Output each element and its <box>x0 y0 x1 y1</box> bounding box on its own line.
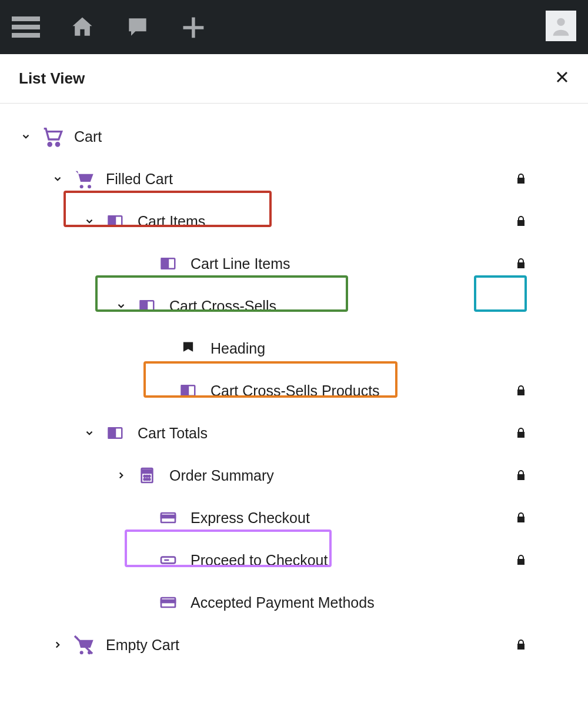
svg-rect-13 <box>141 301 147 311</box>
svg-rect-15 <box>182 385 188 396</box>
svg-rect-17 <box>109 428 115 438</box>
tree-item-label: Accepted Payment Methods <box>191 594 375 611</box>
tree-item-label: Cart Line Items <box>191 255 290 272</box>
svg-point-20 <box>144 475 146 477</box>
home-icon[interactable] <box>69 14 95 40</box>
tree-item-cart-cross-sells-products[interactable]: Cart Cross-Sells Products <box>18 369 570 412</box>
chevron-right-icon[interactable] <box>113 470 129 481</box>
lock-icon <box>514 257 528 271</box>
svg-rect-27 <box>161 515 175 518</box>
tree-item-label: Cart <box>74 128 102 145</box>
svg-point-5 <box>56 143 59 146</box>
svg-rect-31 <box>161 600 175 602</box>
tree-item-label: Cart Totals <box>138 425 208 442</box>
columns-icon <box>103 424 127 442</box>
svg-point-32 <box>80 651 83 654</box>
svg-point-21 <box>146 475 148 477</box>
tree-item-label: Filled Cart <box>106 171 173 188</box>
chevron-down-icon[interactable] <box>113 301 129 311</box>
svg-point-24 <box>146 478 148 480</box>
tree-item-label: Cart Items <box>138 213 205 230</box>
columns-icon <box>176 382 200 399</box>
tree-item-express-checkout[interactable]: Express Checkout <box>18 497 570 539</box>
columns-icon <box>103 212 127 230</box>
tree-item-order-summary[interactable]: Order Summary <box>18 454 570 497</box>
tree-item-empty-cart[interactable]: Empty Cart <box>18 624 570 666</box>
lock-icon <box>514 468 528 482</box>
svg-rect-19 <box>143 470 151 473</box>
list-view-tree: Cart Filled Cart Cart Items Cart Line I <box>0 104 588 690</box>
button-icon <box>156 551 180 570</box>
panel-title: List View <box>19 69 85 88</box>
tree-item-label: Proceed to Checkout <box>191 552 328 569</box>
admin-toolbar <box>0 0 588 54</box>
tree-item-cart[interactable]: Cart <box>18 115 570 158</box>
svg-rect-11 <box>162 258 168 269</box>
svg-point-6 <box>80 185 83 188</box>
lock-icon <box>514 553 528 567</box>
svg-point-3 <box>557 18 564 26</box>
tree-item-label: Empty Cart <box>106 637 179 654</box>
columns-icon <box>156 255 180 272</box>
svg-rect-9 <box>109 216 115 227</box>
calculator-icon <box>135 466 159 485</box>
tree-item-label: Heading <box>211 340 265 357</box>
avatar[interactable] <box>546 11 576 41</box>
columns-icon <box>135 297 159 315</box>
svg-point-25 <box>149 478 151 480</box>
close-icon[interactable] <box>555 70 569 87</box>
lock-icon <box>514 384 528 398</box>
svg-rect-2 <box>12 33 40 38</box>
tree-item-label: Cart Cross-Sells Products <box>211 382 380 399</box>
chevron-down-icon[interactable] <box>81 216 98 227</box>
svg-point-22 <box>149 475 151 477</box>
lock-icon <box>514 638 528 652</box>
tree-item-label: Express Checkout <box>191 509 310 527</box>
tree-item-cart-totals[interactable]: Cart Totals <box>18 412 570 454</box>
tree-item-label: Order Summary <box>169 467 274 484</box>
tree-item-cart-items[interactable]: Cart Items <box>18 200 570 242</box>
lock-icon <box>514 214 528 228</box>
tree-item-heading[interactable]: Heading <box>18 327 570 369</box>
comment-icon[interactable] <box>125 14 151 40</box>
svg-rect-0 <box>12 16 40 21</box>
credit-card-icon <box>156 508 180 527</box>
svg-point-7 <box>88 185 91 188</box>
panel-header: List View <box>0 54 588 104</box>
lock-icon <box>514 511 528 525</box>
tree-item-cart-line-items[interactable]: Cart Line Items <box>18 242 570 285</box>
tree-item-cart-cross-sells[interactable]: Cart Cross-Sells <box>18 285 570 327</box>
tree-item-accepted-payment-methods[interactable]: Accepted Payment Methods <box>18 581 570 624</box>
svg-point-23 <box>144 478 146 480</box>
tree-item-label: Cart Cross-Sells <box>169 298 276 315</box>
menu-icon[interactable] <box>12 15 40 39</box>
tree-item-proceed-to-checkout[interactable]: Proceed to Checkout <box>18 539 570 581</box>
chevron-down-icon[interactable] <box>81 428 98 438</box>
add-new-icon[interactable] <box>180 14 206 40</box>
lock-icon <box>514 172 528 186</box>
svg-rect-1 <box>12 25 40 29</box>
heading-icon <box>176 340 200 357</box>
chevron-down-icon[interactable] <box>18 131 34 142</box>
tree-item-filled-cart[interactable]: Filled Cart <box>18 158 570 200</box>
credit-card-icon <box>156 593 180 612</box>
chevron-right-icon[interactable] <box>49 640 66 650</box>
chevron-down-icon[interactable] <box>49 174 66 184</box>
lock-icon <box>514 426 528 440</box>
cart-icon <box>40 125 64 148</box>
empty-cart-icon <box>72 633 95 657</box>
filled-cart-icon <box>72 167 95 191</box>
svg-point-4 <box>48 143 51 146</box>
